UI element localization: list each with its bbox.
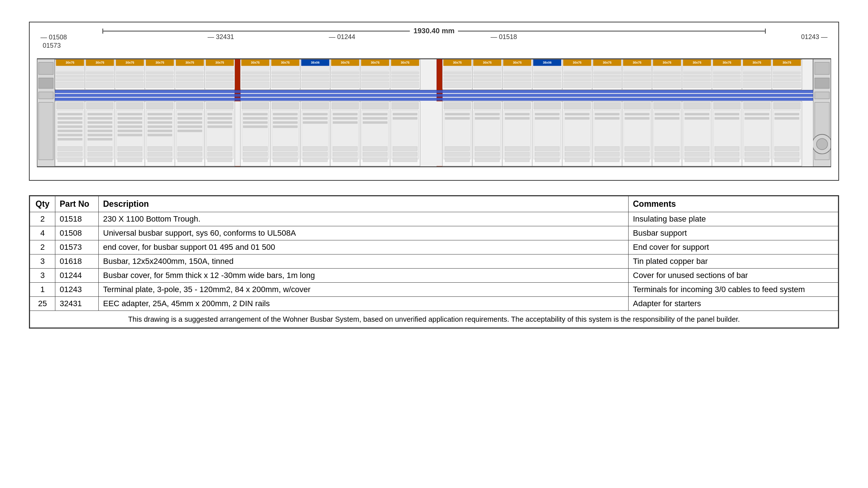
svg-text:30x75: 30x75 — [723, 61, 731, 64]
svg-rect-320 — [333, 152, 357, 157]
cell-qty: 4 — [30, 226, 55, 240]
svg-rect-406 — [685, 113, 709, 115]
svg-rect-369 — [535, 152, 559, 157]
cell-description: Universal busbar support, sys 60, confor… — [99, 226, 629, 240]
svg-text:30x75: 30x75 — [216, 61, 224, 64]
svg-rect-303 — [273, 158, 297, 162]
svg-rect-408 — [685, 146, 709, 151]
svg-rect-351 — [475, 117, 499, 120]
svg-rect-227 — [86, 102, 114, 109]
svg-rect-53 — [176, 71, 204, 74]
cell-partno: 01508 — [55, 226, 99, 240]
svg-rect-220 — [58, 130, 82, 132]
svg-rect-54 — [176, 75, 204, 78]
col-header-qty: Qty — [30, 196, 55, 212]
svg-rect-414 — [715, 113, 739, 115]
svg-rect-62 — [206, 75, 234, 78]
svg-rect-330 — [363, 158, 387, 162]
svg-rect-283 — [208, 158, 232, 162]
svg-rect-272 — [178, 152, 202, 157]
svg-point-12 — [817, 138, 828, 150]
svg-rect-346 — [445, 158, 469, 162]
svg-rect-218 — [58, 121, 82, 124]
svg-rect-267 — [178, 117, 202, 120]
svg-rect-117 — [443, 71, 471, 74]
svg-rect-383 — [595, 117, 619, 120]
svg-rect-189 — [713, 71, 741, 74]
svg-rect-216 — [58, 113, 82, 115]
cell-comments: Insulating base plate — [629, 212, 838, 226]
svg-rect-248 — [118, 146, 142, 151]
cell-qty: 3 — [30, 254, 55, 269]
svg-rect-360 — [505, 146, 529, 151]
svg-rect-184 — [683, 82, 711, 88]
svg-rect-302 — [273, 152, 297, 157]
svg-rect-336 — [393, 146, 417, 151]
svg-rect-224 — [58, 152, 82, 157]
dimension-label: 1930.40 mm — [410, 27, 458, 35]
svg-rect-329 — [363, 152, 387, 157]
svg-rect-380 — [593, 102, 621, 109]
svg-rect-319 — [333, 146, 357, 151]
cell-comments: Terminals for incoming 3/0 cables to fee… — [629, 283, 838, 297]
svg-rect-376 — [565, 146, 589, 151]
cell-partno: 01573 — [55, 240, 99, 254]
svg-rect-46 — [146, 75, 174, 78]
callout-32431: — 32431 — [208, 33, 234, 41]
svg-rect-44 — [146, 67, 174, 71]
svg-rect-232 — [88, 126, 112, 128]
svg-rect-219 — [58, 126, 82, 128]
svg-text:38x06: 38x06 — [543, 61, 552, 64]
svg-rect-392 — [625, 146, 649, 151]
svg-rect-258 — [148, 130, 172, 132]
svg-rect-168 — [623, 82, 651, 88]
svg-rect-354 — [475, 158, 499, 162]
svg-rect-430 — [775, 113, 799, 115]
svg-rect-119 — [443, 78, 471, 81]
svg-rect-246 — [118, 130, 142, 132]
col-header-partno: Part No — [55, 196, 99, 212]
svg-rect-174 — [653, 75, 681, 78]
svg-rect-55 — [176, 78, 204, 81]
cell-partno: 01243 — [55, 283, 99, 297]
svg-rect-198 — [743, 75, 771, 78]
svg-rect-28 — [86, 67, 114, 71]
svg-rect-180 — [683, 67, 711, 71]
svg-rect-102 — [361, 75, 389, 78]
callout-01244: — 01244 — [329, 33, 355, 41]
cell-description: end cover, for busbar support 01 495 and… — [99, 240, 629, 254]
svg-rect-375 — [565, 117, 589, 120]
svg-rect-20 — [56, 67, 84, 71]
svg-rect-140 — [533, 67, 561, 71]
svg-rect-192 — [713, 82, 741, 88]
svg-text:38x06: 38x06 — [311, 61, 320, 64]
svg-rect-386 — [595, 158, 619, 162]
svg-rect-190 — [713, 75, 741, 78]
cell-qty: 3 — [30, 269, 55, 283]
svg-rect-314 — [332, 102, 359, 109]
svg-rect-270 — [178, 130, 202, 132]
svg-rect-242 — [118, 113, 142, 115]
svg-rect-94 — [331, 75, 359, 78]
svg-rect-156 — [593, 67, 621, 71]
svg-rect-249 — [118, 152, 142, 157]
svg-rect-282 — [208, 152, 232, 157]
svg-rect-293 — [243, 158, 267, 162]
svg-rect-176 — [653, 82, 681, 88]
svg-rect-240 — [116, 102, 144, 109]
cell-comments: Adapter for starters — [629, 297, 838, 311]
svg-rect-352 — [475, 146, 499, 151]
svg-rect-132 — [503, 67, 531, 71]
svg-rect-366 — [535, 113, 559, 115]
svg-rect-92 — [331, 67, 359, 71]
svg-rect-217 — [58, 117, 82, 120]
svg-text:30x75: 30x75 — [401, 61, 409, 64]
svg-rect-345 — [445, 152, 469, 157]
svg-rect-96 — [331, 82, 359, 88]
svg-rect-290 — [243, 126, 267, 128]
svg-rect-36 — [116, 67, 144, 71]
svg-rect-353 — [475, 152, 499, 157]
svg-rect-398 — [655, 113, 679, 115]
note-row: This drawing is a suggested arrangement … — [30, 311, 838, 328]
svg-rect-84 — [301, 67, 329, 71]
